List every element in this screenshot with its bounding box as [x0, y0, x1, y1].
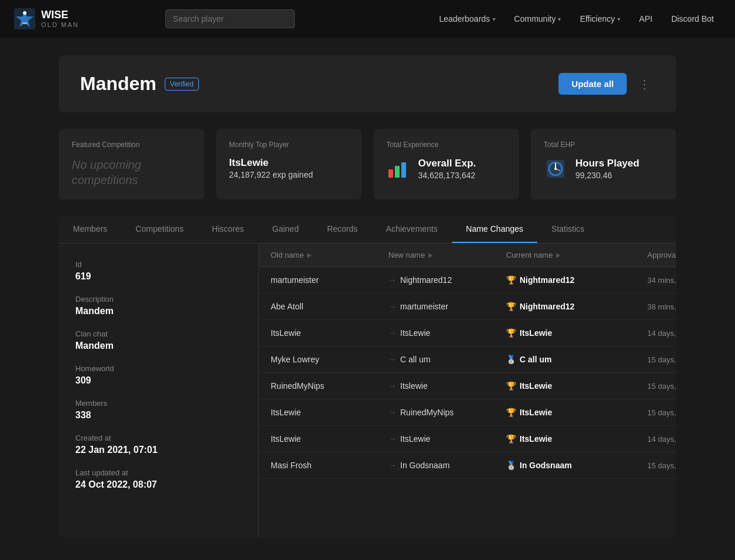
old-name-cell: Abe Atoll — [271, 302, 388, 311]
current-name-cell: 🏆ItsLewie — [506, 434, 647, 444]
svg-point-11 — [554, 168, 557, 170]
ehp-title: Hours Played — [576, 158, 640, 169]
approval-date-cell: 15 days, 9 hours ago — [647, 408, 676, 417]
tab-statistics[interactable]: Statistics — [537, 216, 598, 243]
sidebar-field-created: Created at 22 Jan 2021, 07:01 — [75, 434, 242, 455]
trophy-icon: 🏆 — [506, 408, 516, 417]
nav-api[interactable]: API — [632, 9, 660, 28]
tab-achievements[interactable]: Achievements — [372, 216, 452, 243]
tab-gained[interactable]: Gained — [258, 216, 313, 243]
logo-title: WISE — [41, 9, 79, 21]
trophy-icon: 🏆 — [506, 328, 516, 338]
table-row[interactable]: ItsLewie →ItsLewie 🏆ItsLewie 14 days, 2 … — [259, 320, 676, 346]
old-name-cell: ItsLewie — [271, 434, 388, 444]
th-new-name[interactable]: New name ▶ — [388, 251, 506, 259]
navbar: WISE OLD MAN Leaderboards ▾ Community ▾ … — [0, 0, 735, 38]
old-name-cell: martumeister — [271, 275, 388, 285]
new-name-cell: →martumeister — [388, 302, 506, 311]
sidebar-field-updated: Last updated at 24 Oct 2022, 08:07 — [75, 468, 242, 490]
search-bar — [165, 9, 295, 28]
player-name: Mandem — [80, 73, 157, 95]
approval-date-cell: 15 days, 10 hours ago — [647, 461, 676, 470]
monthly-player-name: ItsLewie — [229, 157, 312, 169]
svg-rect-6 — [401, 162, 406, 178]
tab-hiscores[interactable]: Hiscores — [198, 216, 258, 243]
tab-members[interactable]: Members — [59, 216, 121, 243]
stat-card-ehp: Total EHP Hours Played 99,230.46 — [531, 129, 676, 199]
update-all-button[interactable]: Update all — [558, 73, 627, 95]
arrow-icon: → — [388, 275, 397, 285]
arrow-icon: → — [388, 381, 397, 391]
new-name-cell: →Nightmared12 — [388, 275, 506, 285]
old-name-cell: ItsLewie — [271, 328, 388, 338]
stat-card-exp: Total Experience Overall Exp. 34,628,173… — [374, 129, 519, 199]
tab-competitions[interactable]: Competitions — [121, 216, 198, 243]
tabs-content-wrapper: Members Competitions Hiscores Gained Rec… — [59, 216, 676, 538]
th-current-name[interactable]: Current name ▶ — [506, 251, 647, 259]
ehp-icon — [544, 157, 567, 181]
svg-rect-5 — [395, 166, 400, 178]
tab-name-changes[interactable]: Name Changes — [452, 216, 537, 243]
current-name-cell: 🏆ItsLewie — [506, 381, 647, 391]
sidebar-field-homeworld: Homeworld 309 — [75, 364, 242, 386]
svg-rect-4 — [388, 169, 393, 178]
chevron-down-icon: ▾ — [493, 16, 495, 22]
old-name-cell: Masi Frosh — [271, 461, 388, 470]
exp-value: 34,628,173,642 — [418, 171, 476, 180]
search-input[interactable] — [165, 9, 295, 28]
trophy-icon: 🏆 — [506, 275, 516, 285]
nav-leaderboards[interactable]: Leaderboards ▾ — [432, 9, 502, 28]
trophy-icon: 🏆 — [506, 381, 516, 391]
ehp-value: 99,230.46 — [576, 171, 640, 180]
th-old-name[interactable]: Old name ▶ — [271, 251, 388, 259]
sidebar-field-description: Description Mandem — [75, 295, 242, 316]
nav-discord-bot[interactable]: Discord Bot — [664, 9, 721, 28]
more-options-button[interactable]: ⋮ — [634, 75, 655, 94]
table-row[interactable]: ItsLewie →ItsLewie 🏆ItsLewie 14 days, 12… — [259, 426, 676, 452]
arrow-icon: → — [388, 434, 397, 444]
table-row[interactable]: Abe Atoll →martumeister 🏆Nightmared12 38… — [259, 294, 676, 320]
nav-links: Leaderboards ▾ Community ▾ Efficiency ▾ … — [432, 9, 721, 28]
trophy-icon: 🥈 — [506, 355, 516, 364]
new-name-cell: →ItsLewie — [388, 328, 506, 338]
current-name-cell: 🏆Nightmared12 — [506, 302, 647, 311]
sidebar-field-id: Id 619 — [75, 260, 242, 282]
table-row[interactable]: RuinedMyNips →Itslewie 🏆ItsLewie 15 days… — [259, 373, 676, 399]
nav-community[interactable]: Community ▾ — [507, 9, 568, 28]
stat-label-exp: Total Experience — [387, 141, 506, 149]
current-name-cell: 🏆ItsLewie — [506, 408, 647, 417]
current-name-cell: 🥈C all um — [506, 355, 647, 364]
table-row[interactable]: Masi Frosh →In Godsnaam 🥈In Godsnaam 15 … — [259, 452, 676, 479]
approval-date-cell: 38 mins, 36 secs ago — [647, 302, 676, 311]
stat-card-monthly: Monthly Top Player ItsLewie 24,187,922 e… — [216, 129, 361, 199]
new-name-cell: →C all um — [388, 355, 506, 364]
old-name-cell: ItsLewie — [271, 408, 388, 417]
approval-date-cell: 15 days, 3 hours ago — [647, 355, 676, 364]
approval-date-cell: 15 days, 9 hours ago — [647, 382, 676, 391]
logo[interactable]: WISE OLD MAN — [14, 8, 79, 29]
monthly-player-exp: 24,187,922 exp gained — [229, 170, 312, 179]
table-header: Old name ▶ New name ▶ Current name ▶ App… — [259, 244, 676, 267]
verified-badge: Verified — [165, 78, 199, 91]
no-competition-text: No upcomingcompetitions — [72, 157, 191, 188]
table-row[interactable]: ItsLewie →RuinedMyNips 🏆ItsLewie 15 days… — [259, 399, 676, 426]
approval-date-cell: 34 mins, 47 secs ago — [647, 276, 676, 285]
table-row[interactable]: martumeister →Nightmared12 🏆Nightmared12… — [259, 267, 676, 294]
nav-efficiency[interactable]: Efficiency ▾ — [573, 9, 627, 28]
current-name-cell: 🥈In Godsnaam — [506, 461, 647, 470]
old-name-cell: Myke Lowrey — [271, 355, 388, 364]
stat-label-ehp: Total EHP — [544, 141, 663, 149]
stats-row: Featured Competition No upcomingcompetit… — [59, 129, 676, 199]
main-content: Mandem Verified Update all ⋮ Featured Co… — [0, 38, 735, 555]
new-name-cell: →ItsLewie — [388, 434, 506, 444]
new-name-cell: →RuinedMyNips — [388, 408, 506, 417]
tab-records[interactable]: Records — [313, 216, 372, 243]
table-row[interactable]: Myke Lowrey →C all um 🥈C all um 15 days,… — [259, 346, 676, 373]
th-approval-date[interactable]: Approval date ▶ — [647, 251, 676, 259]
svg-point-2 — [23, 11, 26, 15]
name-changes-table: Old name ▶ New name ▶ Current name ▶ App… — [259, 244, 676, 538]
chevron-down-icon: ▾ — [558, 16, 561, 22]
sidebar-field-members: Members 338 — [75, 399, 242, 421]
sidebar-field-clanchat: Clan chat Mandem — [75, 329, 242, 351]
logo-sub: OLD MAN — [41, 21, 79, 28]
